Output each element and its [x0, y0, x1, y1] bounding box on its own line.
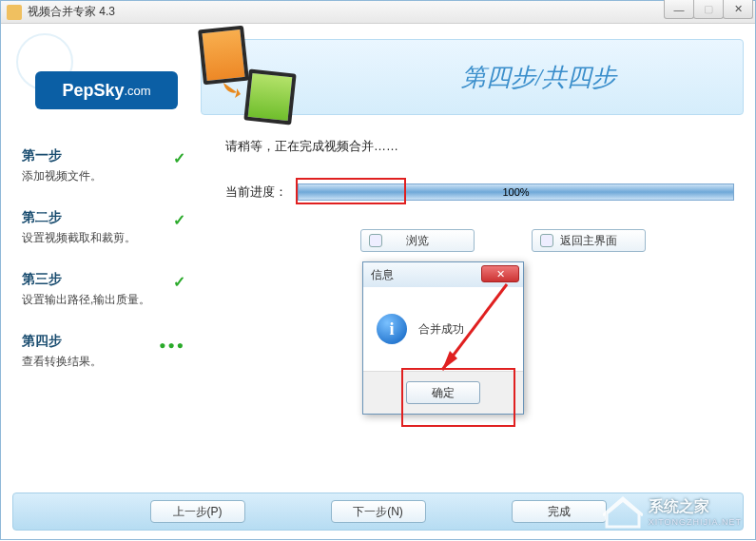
step-title: 第三步 — [22, 271, 193, 288]
check-icon: ✓ — [173, 273, 185, 291]
window-controls: — ▢ ✕ — [665, 0, 753, 19]
finish-button[interactable]: 完成 — [512, 500, 607, 523]
step-title: 第二步 — [22, 209, 193, 226]
status-text: 请稍等，正在完成视频合并…… — [225, 138, 734, 155]
step-title: 第一步 — [22, 147, 193, 164]
filmstrip-decoration — [201, 28, 258, 123]
return-main-button[interactable]: 返回主界面 — [532, 229, 646, 252]
dialog-title-text: 信息 — [371, 267, 394, 283]
check-icon: ✓ — [173, 211, 185, 229]
check-icon: ✓ — [173, 149, 185, 167]
dialog-footer: 确定 — [363, 371, 523, 414]
dialog-close-button[interactable]: ✕ — [481, 265, 519, 282]
dialog-body: i 合并成功 — [363, 287, 523, 371]
progress-row: 当前进度： 100% — [225, 184, 734, 201]
logo-suffix: .com — [124, 84, 150, 98]
info-icon: i — [377, 314, 407, 344]
arrow-down-icon — [220, 79, 242, 102]
logo: PepSky.com — [35, 71, 178, 109]
step-desc: 设置视频截取和裁剪。 — [22, 230, 193, 246]
step-banner-text: 第四步/共四步 — [461, 61, 616, 94]
step-desc: 查看转换结果。 — [22, 354, 193, 370]
step-desc: 设置输出路径,输出质量。 — [22, 292, 193, 308]
window-title: 视频合并专家 4.3 — [28, 4, 115, 20]
action-buttons: 浏览 返回主界面 — [225, 229, 734, 252]
house-icon — [603, 494, 643, 529]
app-window: 视频合并专家 4.3 — ▢ ✕ 第四步/共四步 PepSky.com 第一步 … — [0, 0, 756, 540]
next-step-button[interactable]: 下一步(N) — [331, 500, 426, 523]
app-icon — [7, 5, 22, 20]
film-icon — [198, 26, 249, 86]
progress-label: 当前进度： — [225, 184, 298, 201]
watermark-text-group: 系统之家 XITONGZHIJIA.NET — [649, 497, 742, 527]
progress-wrapper: 100% — [298, 184, 734, 201]
main-panel: 请稍等，正在完成视频合并…… 当前进度： 100% 浏览 返回主界面 — [225, 138, 734, 252]
progress-percent: 100% — [502, 186, 529, 198]
sidebar-step-1: 第一步 添加视频文件。 ✓ — [22, 147, 193, 184]
dialog-message: 合并成功 — [418, 321, 464, 338]
minimize-button[interactable]: — — [664, 0, 694, 19]
sidebar: 第一步 添加视频文件。 ✓ 第二步 设置视频截取和裁剪。 ✓ 第三步 设置输出路… — [22, 147, 193, 395]
sidebar-step-3: 第三步 设置输出路径,输出质量。 ✓ — [22, 271, 193, 308]
watermark-url: XITONGZHIJIA.NET — [649, 517, 742, 527]
watermark-text: 系统之家 — [649, 497, 742, 517]
dialog-titlebar: 信息 ✕ — [363, 262, 523, 287]
prev-step-button[interactable]: 上一步(P) — [150, 500, 245, 523]
titlebar: 视频合并专家 4.3 — ▢ ✕ — [1, 1, 755, 24]
step-desc: 添加视频文件。 — [22, 168, 193, 184]
progress-bar: 100% — [298, 184, 734, 201]
logo-brand: PepSky — [62, 81, 124, 101]
watermark: 系统之家 XITONGZHIJIA.NET — [603, 494, 742, 529]
maximize-button[interactable]: ▢ — [693, 0, 724, 19]
home-icon — [540, 234, 553, 247]
close-button[interactable]: ✕ — [723, 0, 753, 19]
current-step-icon: ●●● — [159, 338, 185, 352]
film-icon-2 — [246, 71, 301, 132]
browse-button[interactable]: 浏览 — [360, 229, 475, 252]
return-label: 返回主界面 — [560, 233, 617, 249]
folder-icon — [369, 234, 382, 247]
sidebar-step-2: 第二步 设置视频截取和裁剪。 ✓ — [22, 209, 193, 246]
browse-label: 浏览 — [406, 233, 429, 249]
content-area: 第四步/共四步 PepSky.com 第一步 添加视频文件。 ✓ 第二步 设置视… — [1, 24, 755, 540]
ok-button[interactable]: 确定 — [406, 381, 480, 404]
info-dialog: 信息 ✕ i 合并成功 确定 — [362, 261, 524, 415]
sidebar-step-4: 第四步 查看转换结果。 ●●● — [22, 333, 193, 370]
logo-area: PepSky.com — [12, 33, 193, 119]
